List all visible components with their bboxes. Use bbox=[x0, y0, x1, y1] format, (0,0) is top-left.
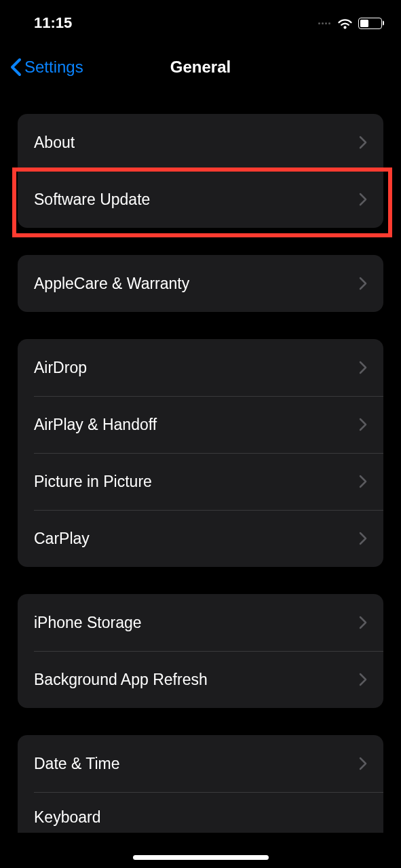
row-background-refresh[interactable]: Background App Refresh bbox=[18, 651, 383, 708]
row-label: Date & Time bbox=[34, 755, 120, 773]
status-bar: 11:15 bbox=[0, 0, 401, 38]
chevron-right-icon bbox=[359, 361, 367, 374]
row-applecare[interactable]: AppleCare & Warranty bbox=[18, 255, 383, 312]
row-label: About bbox=[34, 134, 75, 152]
row-label: AppleCare & Warranty bbox=[34, 275, 189, 293]
settings-group-about: About Software Update bbox=[18, 114, 383, 228]
row-label: CarPlay bbox=[34, 530, 90, 548]
row-software-update[interactable]: Software Update bbox=[18, 171, 383, 228]
row-pip[interactable]: Picture in Picture bbox=[18, 453, 383, 510]
chevron-right-icon bbox=[359, 277, 367, 290]
settings-group-datetime: Date & Time Keyboard bbox=[18, 735, 383, 833]
row-label: AirDrop bbox=[34, 359, 87, 377]
chevron-right-icon bbox=[359, 673, 367, 686]
settings-group-storage: iPhone Storage Background App Refresh bbox=[18, 594, 383, 708]
row-label: Background App Refresh bbox=[34, 671, 208, 689]
row-keyboard[interactable]: Keyboard bbox=[18, 792, 383, 833]
chevron-right-icon bbox=[359, 136, 367, 149]
status-indicators bbox=[318, 18, 382, 29]
settings-group-airdrop: AirDrop AirPlay & Handoff Picture in Pic… bbox=[18, 339, 383, 567]
row-iphone-storage[interactable]: iPhone Storage bbox=[18, 594, 383, 651]
cellular-dots-icon bbox=[318, 22, 330, 24]
row-about[interactable]: About bbox=[18, 114, 383, 171]
row-label: Picture in Picture bbox=[34, 473, 152, 491]
settings-group-applecare: AppleCare & Warranty bbox=[18, 255, 383, 312]
page-title: General bbox=[170, 58, 231, 77]
home-indicator[interactable] bbox=[133, 855, 269, 860]
wifi-icon bbox=[337, 18, 353, 29]
row-airplay[interactable]: AirPlay & Handoff bbox=[18, 396, 383, 453]
row-carplay[interactable]: CarPlay bbox=[18, 510, 383, 567]
settings-content: About Software Update AppleCare & Warran… bbox=[0, 114, 401, 833]
navigation-header: Settings General bbox=[0, 38, 401, 92]
chevron-right-icon bbox=[359, 757, 367, 770]
chevron-right-icon bbox=[359, 418, 367, 431]
row-label: AirPlay & Handoff bbox=[34, 416, 157, 434]
back-label: Settings bbox=[24, 58, 83, 77]
status-time: 11:15 bbox=[34, 14, 72, 32]
chevron-right-icon bbox=[359, 475, 367, 488]
row-date-time[interactable]: Date & Time bbox=[18, 735, 383, 792]
chevron-right-icon bbox=[359, 616, 367, 629]
row-airdrop[interactable]: AirDrop bbox=[18, 339, 383, 396]
battery-icon bbox=[358, 18, 382, 29]
chevron-right-icon bbox=[359, 193, 367, 206]
back-button[interactable]: Settings bbox=[9, 58, 83, 77]
row-label: Keyboard bbox=[34, 808, 100, 827]
chevron-right-icon bbox=[359, 532, 367, 545]
row-label: Software Update bbox=[34, 191, 150, 209]
chevron-left-icon bbox=[9, 58, 22, 77]
row-label: iPhone Storage bbox=[34, 614, 142, 632]
